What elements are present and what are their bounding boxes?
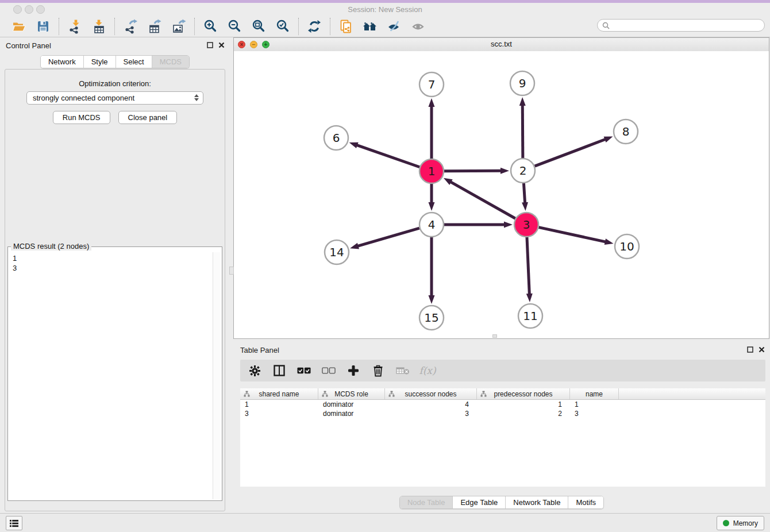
show-selected-button[interactable] bbox=[410, 18, 426, 34]
open-network-doc-button[interactable] bbox=[338, 18, 354, 34]
edge-1-6[interactable] bbox=[356, 145, 419, 167]
trash-icon bbox=[372, 364, 384, 377]
network-canvas[interactable]: 1234678910111415 bbox=[234, 51, 769, 338]
cell-successor-nodes[interactable]: 3 bbox=[385, 409, 477, 418]
import-table-button[interactable] bbox=[91, 18, 107, 34]
delete-table-icon bbox=[396, 366, 410, 375]
export-image-button[interactable] bbox=[171, 18, 187, 34]
import-table-icon bbox=[91, 19, 106, 34]
close-table-panel-icon[interactable] bbox=[759, 346, 765, 353]
column-header-predecessor-nodes[interactable]: predecessor nodes bbox=[477, 388, 570, 399]
show-all-networks-button[interactable] bbox=[362, 18, 378, 34]
node-label-4: 4 bbox=[428, 218, 436, 232]
refresh-button[interactable] bbox=[306, 18, 322, 34]
column-header-successor-nodes[interactable]: successor nodes bbox=[385, 388, 477, 399]
hide-selected-button[interactable] bbox=[386, 18, 402, 34]
network-view-window: × − + scc.txt 1234678910111415 bbox=[233, 37, 769, 339]
edge-3-1[interactable] bbox=[449, 182, 515, 219]
edge-3-10[interactable] bbox=[538, 228, 606, 242]
criterion-dropdown[interactable]: strongly connected component bbox=[26, 91, 203, 105]
control-panel: Control Panel NetworkStyleSelectMCDS Opt… bbox=[0, 37, 230, 513]
minimize-network-button[interactable]: − bbox=[250, 41, 257, 48]
delete-table-button[interactable] bbox=[396, 364, 410, 377]
cell-MCDS-role[interactable]: dominator bbox=[318, 409, 385, 418]
tab-node-table[interactable]: Node Table bbox=[400, 496, 453, 508]
unselect-all-button[interactable] bbox=[322, 364, 336, 377]
cell-shared-name[interactable]: 1 bbox=[240, 400, 318, 409]
select-all-button[interactable] bbox=[297, 364, 311, 377]
search-box[interactable] bbox=[597, 19, 765, 32]
cell-shared-name[interactable]: 3 bbox=[240, 409, 318, 418]
close-panel-icon[interactable] bbox=[218, 42, 225, 48]
panel-divider-handle[interactable] bbox=[229, 267, 234, 275]
column-header-filler bbox=[619, 388, 765, 399]
open-folder-icon bbox=[11, 19, 26, 34]
add-column-button[interactable] bbox=[346, 364, 360, 377]
edge-2-3[interactable] bbox=[523, 183, 525, 204]
edge-1-2[interactable] bbox=[444, 171, 502, 171]
select-all-icon bbox=[297, 367, 311, 375]
edge-2-9[interactable] bbox=[522, 104, 523, 158]
close-network-button[interactable]: × bbox=[238, 41, 245, 48]
edge-3-11[interactable] bbox=[527, 237, 529, 295]
criterion-value: strongly connected component bbox=[33, 94, 134, 102]
table-row[interactable]: 1dominator411 bbox=[240, 400, 765, 409]
memory-label: Memory bbox=[733, 519, 758, 527]
zoom-out-button[interactable] bbox=[226, 18, 242, 34]
cell-name[interactable]: 1 bbox=[570, 400, 619, 409]
result-scrollbar[interactable] bbox=[213, 252, 221, 499]
table-row[interactable]: 3dominator323 bbox=[240, 409, 765, 418]
open-session-button[interactable] bbox=[11, 18, 27, 34]
function-builder-button[interactable]: f(x) bbox=[421, 364, 434, 377]
float-table-panel-icon[interactable] bbox=[747, 346, 753, 353]
save-icon bbox=[36, 19, 51, 34]
cell-predecessor-nodes[interactable]: 1 bbox=[477, 400, 570, 409]
table-header-row: shared nameMCDS rolesuccessor nodesprede… bbox=[240, 388, 765, 400]
search-input[interactable] bbox=[613, 21, 760, 30]
column-header-name[interactable]: name bbox=[570, 388, 619, 399]
export-network-icon bbox=[123, 19, 138, 34]
delete-column-button[interactable] bbox=[371, 364, 385, 377]
memory-button[interactable]: Memory bbox=[717, 516, 764, 530]
zoom-in-button[interactable] bbox=[202, 18, 218, 34]
zoom-window-button[interactable] bbox=[36, 5, 45, 14]
edge-arrowhead-2-8 bbox=[604, 137, 613, 142]
edge-2-8[interactable] bbox=[535, 139, 607, 166]
column-header-shared-name[interactable]: shared name bbox=[240, 388, 318, 399]
network-window-title: scc.txt bbox=[234, 38, 769, 51]
column-header-MCDS-role[interactable]: MCDS role bbox=[318, 388, 385, 399]
cell-predecessor-nodes[interactable]: 2 bbox=[477, 409, 570, 418]
node-table[interactable]: shared nameMCDS rolesuccessor nodesprede… bbox=[240, 388, 765, 487]
run-mcds-button[interactable]: Run MCDS bbox=[53, 111, 110, 124]
status-bar: Memory bbox=[0, 513, 770, 532]
close-panel-button[interactable]: Close panel bbox=[118, 111, 178, 124]
tab-style[interactable]: Style bbox=[84, 56, 116, 68]
window-title: Session: New Session bbox=[0, 3, 770, 16]
table-settings-button[interactable] bbox=[248, 364, 261, 377]
save-session-button[interactable] bbox=[35, 18, 51, 34]
zoom-selected-button[interactable] bbox=[275, 18, 291, 34]
canvas-divider-handle[interactable] bbox=[492, 334, 497, 338]
minimize-window-button[interactable] bbox=[25, 5, 33, 14]
edge-4-14[interactable] bbox=[357, 228, 419, 246]
cell-successor-nodes[interactable]: 4 bbox=[385, 400, 477, 409]
zoom-in-icon bbox=[203, 19, 218, 34]
show-panels-button[interactable] bbox=[6, 516, 22, 530]
maximize-network-button[interactable]: + bbox=[262, 41, 270, 48]
close-window-button[interactable] bbox=[13, 5, 22, 14]
tab-network-table[interactable]: Network Table bbox=[506, 496, 568, 508]
tab-network[interactable]: Network bbox=[41, 56, 84, 68]
export-network-button[interactable] bbox=[122, 18, 138, 34]
cell-name[interactable]: 3 bbox=[570, 409, 619, 418]
import-network-button[interactable] bbox=[67, 18, 83, 34]
show-columns-button[interactable] bbox=[272, 364, 286, 377]
float-panel-icon[interactable] bbox=[207, 42, 213, 48]
table-toolbar: f(x) bbox=[240, 360, 765, 381]
cell-MCDS-role[interactable]: dominator bbox=[318, 400, 385, 409]
zoom-fit-button[interactable] bbox=[251, 18, 267, 34]
tab-select[interactable]: Select bbox=[116, 56, 152, 68]
tab-mcds[interactable]: MCDS bbox=[152, 56, 189, 68]
export-table-button[interactable] bbox=[147, 18, 163, 34]
tab-motifs[interactable]: Motifs bbox=[568, 496, 603, 508]
tab-edge-table[interactable]: Edge Table bbox=[453, 496, 506, 508]
